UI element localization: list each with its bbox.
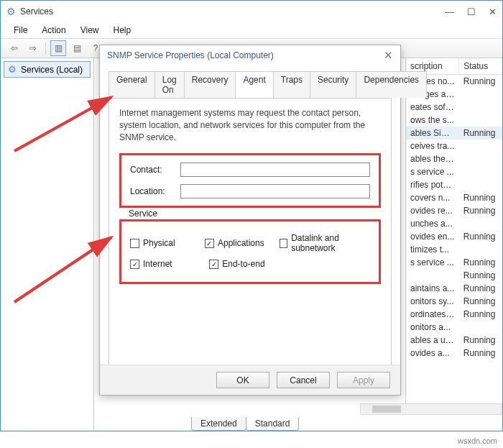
- nav-services-local[interactable]: ⚙ Services (Local): [4, 61, 91, 78]
- table-row[interactable]: ows the s...: [406, 114, 502, 127]
- apply-button[interactable]: Apply: [337, 372, 390, 388]
- cell-status: [459, 101, 502, 114]
- table-row[interactable]: ovides a...Running: [406, 347, 502, 360]
- scroll-thumb[interactable]: [372, 406, 401, 413]
- titlebar[interactable]: ⚙ Services — ☐ ✕: [1, 1, 502, 22]
- table-row[interactable]: timizes t...: [406, 243, 502, 256]
- cell-status: Running: [459, 75, 502, 88]
- table-row[interactable]: ables a us...Running: [406, 334, 502, 347]
- gear-icon: ⚙: [8, 64, 17, 75]
- dialog-tabs: General Log On Recovery Agent Traps Secu…: [100, 65, 400, 98]
- cb-endtoend-label: End-to-end: [222, 259, 264, 269]
- cell-description: covers n...: [406, 191, 459, 204]
- checkbox-endtoend[interactable]: [209, 260, 218, 269]
- maximize-button[interactable]: ☐: [467, 6, 476, 17]
- cell-status: [459, 217, 502, 230]
- cell-description: ables a us...: [406, 334, 459, 347]
- cell-status: Running: [459, 269, 502, 282]
- contact-input[interactable]: [180, 163, 370, 177]
- contact-group-highlight: Contact: Location:: [119, 153, 381, 208]
- cell-status: [459, 88, 502, 101]
- cell-status: [459, 140, 502, 152]
- cell-status: [459, 165, 502, 178]
- tab-traps[interactable]: Traps: [273, 71, 310, 98]
- forward-button[interactable]: ⇨: [25, 40, 41, 56]
- location-input[interactable]: [180, 184, 370, 198]
- table-row[interactable]: ables the ...: [406, 152, 502, 165]
- properties-button[interactable]: ▤: [69, 40, 85, 56]
- table-row[interactable]: covers n...Running: [406, 191, 502, 204]
- ok-button[interactable]: OK: [216, 372, 269, 388]
- checkbox-applications[interactable]: [205, 239, 214, 248]
- window-title: Services: [20, 6, 445, 17]
- cell-description: ovides a...: [406, 347, 459, 360]
- cell-description: eates soft...: [406, 101, 459, 114]
- table-row[interactable]: Running: [406, 269, 502, 282]
- cell-status: [459, 243, 502, 256]
- menu-action[interactable]: Action: [36, 24, 71, 37]
- table-row[interactable]: onitors sy...Running: [406, 295, 502, 308]
- nav-label: Services (Local): [21, 65, 83, 75]
- tab-standard[interactable]: Standard: [246, 417, 300, 431]
- table-row[interactable]: s service ...Running: [406, 256, 502, 269]
- separator: [45, 42, 46, 55]
- checkbox-physical[interactable]: [130, 239, 139, 248]
- cb-applications-label: Applications: [218, 238, 264, 248]
- minimize-button[interactable]: —: [445, 6, 454, 17]
- table-row[interactable]: ceives tra...: [406, 140, 502, 152]
- menu-help[interactable]: Help: [108, 24, 137, 37]
- menu-view[interactable]: View: [75, 24, 105, 37]
- service-group-highlight: Service Physical Applications Datalink a…: [119, 219, 381, 284]
- cell-description: [406, 269, 459, 282]
- cell-status: Running: [459, 230, 502, 243]
- table-row[interactable]: rifies pote...: [406, 178, 502, 191]
- checkbox-internet[interactable]: [130, 260, 139, 269]
- cancel-button[interactable]: Cancel: [277, 372, 330, 388]
- cell-description: aintains a...: [406, 282, 459, 295]
- cell-status: Running: [459, 347, 502, 360]
- cell-description: ows the s...: [406, 114, 459, 127]
- service-list[interactable]: scription Status ovides no...Runninganag…: [405, 58, 502, 413]
- close-icon[interactable]: ✕: [384, 49, 393, 62]
- table-row[interactable]: ovides en...Running: [406, 230, 502, 243]
- back-button[interactable]: ⇦: [6, 40, 22, 56]
- table-row[interactable]: eates soft...: [406, 101, 502, 114]
- table-row[interactable]: ovides re...Running: [406, 204, 502, 217]
- tab-agent[interactable]: Agent: [235, 71, 273, 98]
- table-row[interactable]: unches a...: [406, 217, 502, 230]
- tab-logon[interactable]: Log On: [154, 71, 185, 98]
- cell-description: rifies pote...: [406, 178, 459, 191]
- cell-status: Running: [459, 204, 502, 217]
- cell-description: ables Sim...: [406, 127, 459, 140]
- cell-status: [459, 114, 502, 127]
- nav-tree: ⚙ Services (Local): [1, 58, 94, 431]
- cell-status: [459, 178, 502, 191]
- cell-description: s service ...: [406, 165, 459, 178]
- cell-description: ordinates ...: [406, 308, 459, 321]
- tab-general[interactable]: General: [109, 71, 155, 98]
- cell-status: Running: [459, 127, 502, 140]
- menu-file[interactable]: File: [8, 24, 33, 37]
- table-row[interactable]: ables Sim...Running: [406, 127, 502, 140]
- checkbox-datalink[interactable]: [280, 239, 287, 248]
- cb-datalink-label: Datalink and subnetwork: [291, 233, 370, 253]
- cell-status: [459, 321, 502, 334]
- col-status[interactable]: Status: [459, 58, 502, 75]
- dialog-titlebar[interactable]: SNMP Service Properties (Local Computer)…: [100, 45, 400, 65]
- table-row[interactable]: s service ...: [406, 165, 502, 178]
- cell-description: ovides en...: [406, 230, 459, 243]
- tab-extended[interactable]: Extended: [191, 417, 246, 431]
- detail-view-button[interactable]: ▥: [50, 40, 66, 56]
- table-row[interactable]: aintains a...Running: [406, 282, 502, 295]
- tab-dependencies[interactable]: Dependencies: [356, 71, 427, 98]
- dialog-footer: OK Cancel Apply: [100, 365, 400, 395]
- view-tabs: Extended Standard: [191, 415, 298, 431]
- table-row[interactable]: ordinates ...Running: [406, 308, 502, 321]
- tab-security[interactable]: Security: [310, 71, 356, 98]
- tab-recovery[interactable]: Recovery: [184, 71, 236, 98]
- cell-description: unches a...: [406, 217, 459, 230]
- horizontal-scrollbar[interactable]: [360, 403, 502, 415]
- cell-description: ables the ...: [406, 152, 459, 165]
- close-button[interactable]: ✕: [489, 6, 497, 17]
- table-row[interactable]: onitors a...: [406, 321, 502, 334]
